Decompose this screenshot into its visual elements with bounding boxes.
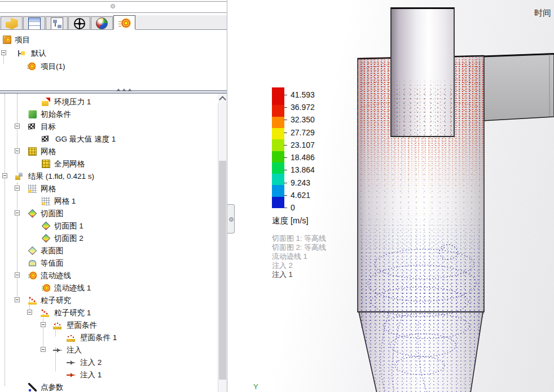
- tree-item-label: 结果 (1.fld, 0.421 s): [28, 171, 94, 182]
- tab-dimxpert[interactable]: [68, 16, 90, 30]
- tree-item-label: 切面图 1: [54, 221, 83, 231]
- tree-item-project-root[interactable]: 项目: [0, 34, 217, 46]
- tab-display-manager[interactable]: [91, 16, 113, 30]
- injection-icon: [67, 358, 75, 367]
- collapse-toggle[interactable]: [15, 186, 20, 191]
- scroll-up-button[interactable]: [218, 94, 227, 103]
- tree-item-label: 等值面: [41, 258, 64, 268]
- legend-tick: 32.350: [284, 115, 315, 124]
- tab-configuration-manager[interactable]: [46, 16, 68, 30]
- splitter-grip-icon: [122, 89, 126, 91]
- part-icon: [6, 17, 18, 30]
- tree-item-label: 网格: [41, 147, 56, 157]
- tree-item-default-config[interactable]: 默认: [0, 47, 217, 60]
- collapse-toggle[interactable]: [41, 322, 46, 327]
- tree-item-injections[interactable]: 注入: [0, 344, 217, 356]
- collapse-toggle[interactable]: [15, 297, 20, 302]
- tree-item-point-parameters[interactable]: 点参数: [0, 381, 217, 392]
- legend-tick: 9.243: [284, 178, 310, 187]
- collapse-toggle[interactable]: [15, 210, 20, 215]
- tree-item-label: 注入 1: [80, 370, 102, 380]
- header-divider: [0, 1, 227, 2]
- tree-item-label: 表面图: [41, 246, 64, 256]
- graphics-viewport[interactable]: 41.593 36.972 32.350 27.729 23.107 18.48…: [227, 0, 554, 392]
- isosurface-icon: [29, 260, 36, 266]
- pane-splitter[interactable]: [0, 90, 227, 91]
- tree-item-goals[interactable]: 目标: [0, 121, 217, 133]
- tab-feature-manager[interactable]: [23, 16, 45, 30]
- tab-flow-simulation[interactable]: [113, 15, 135, 30]
- tree-item-injection-2[interactable]: 注入 2: [0, 356, 217, 369]
- flow-project-icon: [27, 62, 36, 71]
- chevron-up-icon: [219, 96, 226, 103]
- tree-item-isosurfaces[interactable]: 等值面: [0, 257, 217, 270]
- collapse-toggle[interactable]: [15, 272, 20, 278]
- tree-item-initial-conditions[interactable]: 初始条件: [0, 108, 217, 121]
- flow-simulation-window: 项目 默认 项目(1) 环境压力 1 初始条件: [0, 0, 554, 392]
- legend-title: 速度 [m/s]: [272, 215, 308, 226]
- collapse-toggle[interactable]: [41, 347, 46, 352]
- tree-item-cut-plot-1[interactable]: 切面图 1: [0, 220, 217, 232]
- configuration-manager-icon: [51, 17, 63, 30]
- goal-flag-icon: [42, 135, 49, 142]
- collapse-toggle[interactable]: [15, 148, 20, 153]
- tree-item-goal-velocity[interactable]: GG 最大值 速度 1: [0, 133, 217, 146]
- configuration-icon: [17, 49, 25, 58]
- collapse-toggle[interactable]: [1, 50, 6, 55]
- tree-item-wall-conditions[interactable]: 壁面条件: [0, 319, 217, 332]
- cut-plot-icon: [42, 222, 51, 231]
- tree-item-particle-study-1[interactable]: 粒子研究 1: [0, 307, 217, 319]
- tree-item-cut-plots[interactable]: 切面图: [0, 208, 217, 220]
- results-icon: [15, 172, 23, 180]
- legend-band: [272, 185, 284, 196]
- injection-red-icon: [67, 371, 75, 379]
- wall-condition-icon: [53, 321, 61, 329]
- point-parameter-icon: [28, 383, 37, 391]
- tree-item-label: 粒子研究 1: [54, 308, 91, 318]
- tree-item-result-mesh[interactable]: 网格: [0, 183, 217, 195]
- tree-item-global-mesh[interactable]: 全局网格: [0, 158, 217, 170]
- tab-part[interactable]: [1, 16, 23, 30]
- collapse-toggle[interactable]: [15, 124, 20, 129]
- legend-tick: 41.593: [284, 90, 315, 99]
- feature-manager-icon: [28, 17, 41, 30]
- legend-band: [272, 87, 284, 105]
- legend-tick: 36.972: [284, 103, 315, 112]
- tree-item-mesh-settings[interactable]: 网格: [0, 146, 217, 158]
- tree-item-label: 目标: [41, 122, 56, 132]
- active-tab-gap: [113, 29, 135, 30]
- result-mesh-icon: [42, 197, 50, 205]
- vortex-finder-tube: [390, 7, 455, 137]
- tree-item-results[interactable]: 结果 (1.fld, 0.421 s): [0, 170, 217, 183]
- tree-item-mesh-1[interactable]: 网格 1: [0, 195, 217, 208]
- tree-item-ambient-pressure-1[interactable]: 环境压力 1: [0, 96, 217, 108]
- tree-item-flow-trajectories[interactable]: 流动迹线: [0, 270, 217, 282]
- flow-trajectories-icon: [28, 271, 37, 280]
- tree-item-project-1[interactable]: 项目(1): [0, 60, 217, 73]
- tree-item-label: 注入: [67, 345, 82, 355]
- tree-item-surface-plots[interactable]: 表面图: [0, 245, 217, 257]
- tree-item-wall-condition-1[interactable]: 壁面条件 1: [0, 332, 217, 344]
- tree-item-label: 点参数: [41, 382, 64, 392]
- tree-item-label: 流动迹线: [41, 271, 71, 281]
- collapse-toggle[interactable]: [2, 173, 7, 178]
- legend-band: [272, 117, 284, 128]
- legend-tick: 0: [284, 203, 295, 212]
- splitter-grip-icon: [116, 89, 121, 91]
- panel-collapse-handle[interactable]: [111, 4, 115, 8]
- collapse-toggle[interactable]: [27, 310, 32, 315]
- tree-item-label: 环境压力 1: [54, 97, 91, 107]
- tree-scrollbar-thumb[interactable]: [219, 161, 226, 380]
- tree-item-flow-trajectories-1[interactable]: 流动迹线 1: [0, 282, 217, 294]
- tree-item-label: 切面图: [41, 209, 64, 219]
- tree-item-particle-studies[interactable]: 粒子研究: [0, 294, 217, 307]
- splitter-grip-icon: [127, 89, 132, 91]
- tree-item-cut-plot-2[interactable]: 切面图 2: [0, 232, 217, 245]
- header-divider-2: [0, 12, 227, 13]
- tree-item-label: 粒子研究: [41, 296, 71, 306]
- tree-item-injection-1[interactable]: 注入 1: [0, 369, 217, 381]
- tree-item-label: 全局网格: [54, 159, 85, 169]
- wall-condition-icon: [67, 333, 75, 342]
- flyout-grip-icon: [229, 217, 234, 222]
- panel-flyout-handle[interactable]: [227, 204, 235, 234]
